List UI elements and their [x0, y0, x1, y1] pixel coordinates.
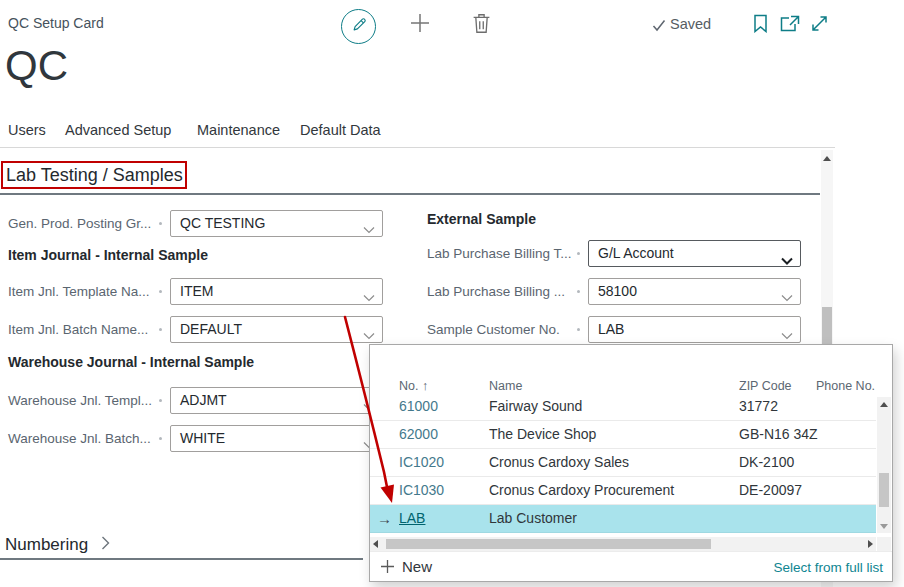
tab-users[interactable]: Users	[8, 122, 46, 138]
chevron-down-icon[interactable]	[781, 326, 793, 344]
warehouse-jnl-batch-label: Warehouse Jnl. Batch...	[8, 425, 151, 452]
qc-setup-card-window: QC Setup Card Saved	[0, 0, 904, 587]
lookup-row[interactable]: 61000 Fairway Sound 31772	[370, 397, 876, 421]
scroll-up-arrow[interactable]	[823, 156, 831, 161]
tab-advanced-setup[interactable]: Advanced Setup	[65, 122, 171, 138]
pencil-icon	[350, 16, 368, 38]
chevron-right-icon	[101, 535, 110, 554]
page-title: QC	[5, 42, 68, 90]
lookup-row-selected[interactable]: → LAB Lab Customer	[370, 505, 876, 533]
select-from-full-list-link[interactable]: Select from full list	[773, 560, 883, 575]
field-indicator-dot	[159, 328, 162, 331]
warehouse-journal-group-header: Warehouse Journal - Internal Sample	[8, 354, 254, 370]
tab-default-data[interactable]: Default Data	[300, 122, 381, 138]
expand-button[interactable]	[809, 15, 829, 35]
open-in-window-icon	[780, 15, 800, 36]
warehouse-jnl-batch-field[interactable]: WHITE	[170, 425, 383, 452]
customer-lookup-popup: No. ↑ Name ZIP Code Phone No. 61000 Fair…	[369, 344, 893, 582]
lab-purchase-billing-no-field[interactable]: 58100	[588, 278, 801, 305]
expand-icon	[810, 14, 829, 37]
tab-divider	[0, 147, 835, 148]
numbering-underline	[0, 558, 363, 560]
tab-maintenance[interactable]: Maintenance	[197, 122, 280, 138]
gen-prod-posting-group-label: Gen. Prod. Posting Gr...	[8, 210, 151, 237]
field-indicator-dot	[577, 328, 580, 331]
bookmark-icon	[753, 14, 768, 37]
section-header-numbering[interactable]: Numbering	[5, 535, 110, 555]
chevron-down-icon[interactable]	[781, 288, 793, 306]
warehouse-jnl-template-label: Warehouse Jnl. Templ...	[8, 387, 152, 414]
saved-check-icon	[652, 18, 666, 36]
bookmark-button[interactable]	[752, 15, 768, 35]
current-row-arrow-icon: →	[377, 505, 392, 532]
field-indicator-dot	[577, 290, 580, 293]
chevron-down-icon[interactable]	[363, 220, 375, 238]
section-underline	[0, 193, 820, 195]
chevron-down-icon[interactable]	[781, 251, 793, 269]
item-journal-group-header: Item Journal - Internal Sample	[8, 247, 208, 263]
scroll-right-arrow[interactable]	[868, 540, 873, 548]
field-indicator-dot	[159, 437, 162, 440]
section-header-lab-testing[interactable]: Lab Testing / Samples	[6, 165, 183, 186]
sample-customer-no-label: Sample Customer No.	[427, 316, 560, 343]
gen-prod-posting-group-field[interactable]: QC TESTING	[170, 210, 383, 237]
plus-icon	[380, 559, 395, 578]
lookup-row-list: 61000 Fairway Sound 31772 62000 The Devi…	[370, 397, 876, 533]
chevron-down-icon[interactable]	[363, 288, 375, 306]
open-in-window-button[interactable]	[780, 17, 800, 34]
plus-icon	[409, 12, 431, 38]
column-header-phone[interactable]: Phone No.	[816, 379, 875, 393]
delete-button[interactable]	[470, 13, 492, 37]
trash-icon	[471, 12, 492, 39]
item-jnl-batch-field[interactable]: DEFAULT	[170, 316, 383, 343]
lab-purchase-billing-no-label: Lab Purchase Billing ...	[427, 278, 565, 305]
lookup-row[interactable]: IC1020 Cronus Cardoxy Sales DK-2100	[370, 449, 876, 477]
scroll-left-arrow[interactable]	[373, 540, 378, 548]
lab-purchase-billing-type-select[interactable]: G/L Account	[588, 240, 801, 267]
lookup-vscroll-thumb[interactable]	[879, 473, 889, 507]
chevron-down-icon[interactable]	[363, 326, 375, 344]
field-indicator-dot	[159, 290, 162, 293]
item-jnl-batch-label: Item Jnl. Batch Name...	[8, 316, 148, 343]
saved-status: Saved	[670, 16, 711, 32]
sort-ascending-icon: ↑	[422, 379, 428, 393]
lookup-horizontal-scrollbar[interactable]	[370, 537, 876, 551]
lab-purchase-billing-type-label: Lab Purchase Billing T...	[427, 240, 572, 267]
lookup-row[interactable]: IC1030 Cronus Cardoxy Procurement DE-200…	[370, 477, 876, 505]
lookup-hscroll-thumb[interactable]	[386, 539, 711, 549]
field-indicator-dot	[577, 252, 580, 255]
lookup-row[interactable]: 62000 The Device Shop GB-N16 34Z	[370, 421, 876, 449]
scroll-up-arrow[interactable]	[880, 402, 888, 407]
column-header-no[interactable]: No. ↑	[399, 379, 428, 393]
new-customer-button[interactable]: New	[402, 558, 432, 575]
warehouse-jnl-template-field[interactable]: ADJMT	[170, 387, 383, 414]
item-jnl-template-field[interactable]: ITEM	[170, 278, 383, 305]
column-header-name[interactable]: Name	[489, 379, 522, 393]
field-indicator-dot	[159, 399, 162, 402]
sample-customer-no-field[interactable]: LAB	[588, 316, 801, 343]
field-indicator-dot	[159, 222, 162, 225]
external-sample-group-header: External Sample	[427, 211, 536, 227]
scrollbar-corner	[877, 537, 891, 551]
lookup-vertical-scrollbar[interactable]	[877, 397, 891, 533]
column-header-zip[interactable]: ZIP Code	[739, 379, 792, 393]
lookup-footer: New Select from full list	[370, 551, 892, 581]
edit-button[interactable]	[341, 9, 376, 44]
breadcrumb[interactable]: QC Setup Card	[8, 15, 104, 31]
scroll-down-arrow[interactable]	[880, 524, 888, 529]
item-jnl-template-label: Item Jnl. Template Na...	[8, 278, 150, 305]
new-button[interactable]	[409, 14, 431, 36]
